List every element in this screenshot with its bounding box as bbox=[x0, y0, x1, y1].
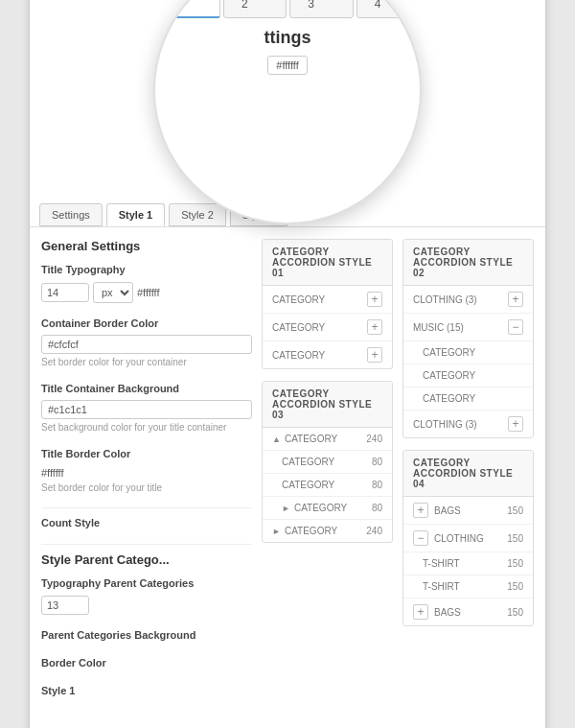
accordion-style04-title: CATEGORY ACCORDION STYLE 04 bbox=[403, 451, 533, 497]
title-container-bg-input[interactable] bbox=[41, 400, 252, 419]
accordion-style02-label5: CATEGORY bbox=[423, 393, 475, 404]
preview-grid: CATEGORY ACCORDION STYLE 01 CATEGORY + C… bbox=[262, 239, 534, 638]
typography-parent-field: Typography Parent Categories bbox=[41, 576, 252, 614]
accordion-style04-num1: 150 bbox=[507, 505, 523, 516]
border-color-label: Border Color bbox=[41, 656, 252, 670]
accordion-style03-row1: ▲ CATEGORY 240 bbox=[263, 428, 392, 451]
left-panel: General Settings Title Typography px #ff… bbox=[41, 239, 252, 713]
parent-font-size-input[interactable] bbox=[41, 596, 89, 615]
color-value-display: #ffffff bbox=[137, 287, 159, 298]
accordion-style04-row1: + BAGS 150 bbox=[403, 497, 533, 525]
zoom-tab-style4[interactable]: Style 4 bbox=[356, 0, 420, 18]
accordion-style02-row3: CATEGORY bbox=[403, 341, 533, 364]
title-typography-field: Title Typography px #ffffff bbox=[41, 263, 252, 302]
accordion-style02-label2: MUSIC (15) bbox=[413, 322, 508, 333]
title-border-color-field: Title Border Color #ffffff Set border co… bbox=[41, 447, 252, 493]
accordion-style01-label1: CATEGORY bbox=[272, 294, 325, 305]
tab-style1[interactable]: Style 1 bbox=[106, 203, 165, 226]
accordion-style04-label1: BAGS bbox=[434, 505, 501, 516]
typography-parent-label: Typography Parent Categories bbox=[41, 576, 252, 591]
style01-col: CATEGORY ACCORDION STYLE 01 CATEGORY + C… bbox=[262, 239, 393, 638]
accordion-style04-num2: 150 bbox=[507, 533, 523, 544]
zoom-settings-title: ttings bbox=[264, 28, 311, 48]
container-border-color-desc: Set border color for your container bbox=[41, 356, 252, 368]
style-field: Style 1 bbox=[41, 684, 252, 698]
accordion-style01-plus3[interactable]: + bbox=[367, 347, 382, 363]
right-chevron-icon4: ► bbox=[272, 527, 281, 536]
accordion-style01-title: CATEGORY ACCORDION STYLE 01 bbox=[263, 240, 392, 286]
zoom-color-row: #ffffff bbox=[267, 56, 307, 75]
accordion-style03: CATEGORY ACCORDION STYLE 03 ▲ CATEGORY 2… bbox=[262, 381, 393, 543]
container-border-color-label: Container Border Color bbox=[41, 317, 252, 331]
accordion-style01-plus1[interactable]: + bbox=[367, 292, 382, 307]
accordion-style03-num5: 240 bbox=[366, 526, 382, 536]
title-typography-input-row: px #ffffff bbox=[41, 282, 252, 303]
accordion-style04-label3: T-SHIRT bbox=[423, 558, 501, 569]
main-content: General Settings Title Typography px #ff… bbox=[30, 227, 545, 724]
accordion-style02-label4: CATEGORY bbox=[423, 370, 475, 381]
accordion-style02-label1: CLOTHING (3) bbox=[413, 294, 508, 305]
zoom-tab-style1[interactable]: Style 1 bbox=[155, 0, 220, 18]
accordion-style04-row4: T-SHIRT 150 bbox=[403, 575, 533, 599]
accordion-style02-row6: CLOTHING (3) + bbox=[403, 411, 533, 437]
main-panel: Style 1 Style 2 Style 3 Style 4 ttings #… bbox=[29, 0, 546, 728]
title-border-color-label: Title Border Color bbox=[41, 447, 252, 461]
accordion-style02-row5: CATEGORY bbox=[403, 387, 533, 411]
accordion-style03-num3: 80 bbox=[372, 480, 382, 490]
font-unit-select[interactable]: px bbox=[93, 282, 133, 303]
accordion-style03-label5: CATEGORY bbox=[285, 526, 360, 536]
accordion-style01-plus2[interactable]: + bbox=[367, 319, 382, 335]
accordion-style03-title: CATEGORY ACCORDION STYLE 03 bbox=[263, 382, 392, 428]
zoom-tabs: Style 1 Style 2 Style 3 Style 4 bbox=[155, 0, 420, 18]
accordion-style03-num4: 80 bbox=[372, 503, 382, 513]
accordion-style04-minus1[interactable]: − bbox=[413, 530, 428, 546]
title-container-bg-desc: Set background color for your title cont… bbox=[41, 421, 252, 434]
accordion-style02: CATEGORY ACCORDION STYLE 02 CLOTHING (3)… bbox=[402, 239, 534, 438]
zoom-tab-style3[interactable]: Style 3 bbox=[289, 0, 353, 18]
style-parent-title: Style Parent Catego... bbox=[41, 552, 252, 567]
up-chevron-icon: ▲ bbox=[272, 434, 281, 444]
accordion-style01-label3: CATEGORY bbox=[272, 350, 325, 361]
accordion-style01-row3: CATEGORY + bbox=[263, 341, 392, 368]
accordion-style01-label2: CATEGORY bbox=[272, 322, 325, 333]
accordion-style04-num3: 150 bbox=[507, 558, 523, 569]
zoom-color-value: #ffffff bbox=[267, 56, 307, 75]
container-border-color-field: Container Border Color Set border color … bbox=[41, 317, 252, 368]
count-style-label: Count Style bbox=[41, 516, 252, 530]
accordion-style03-row5: ► CATEGORY 240 bbox=[263, 520, 392, 542]
accordion-style04-plus1[interactable]: + bbox=[413, 503, 428, 518]
font-size-input[interactable] bbox=[41, 283, 89, 302]
accordion-style04-plus2[interactable]: + bbox=[413, 604, 428, 620]
accordion-style04-row5: + BAGS 150 bbox=[403, 599, 533, 625]
title-typography-label: Title Typography bbox=[41, 263, 252, 277]
accordion-style03-row2: CATEGORY 80 bbox=[263, 451, 392, 474]
title-container-bg-field: Title Container Background Set backgroun… bbox=[41, 382, 252, 434]
tab-settings[interactable]: Settings bbox=[39, 203, 103, 226]
style-label: Style 1 bbox=[41, 684, 252, 698]
accordion-style02-minus1[interactable]: − bbox=[508, 319, 523, 335]
accordion-style02-label6: CLOTHING (3) bbox=[413, 419, 508, 430]
container-border-color-input[interactable] bbox=[41, 335, 252, 354]
accordion-style04: CATEGORY ACCORDION STYLE 04 + BAGS 150 −… bbox=[402, 450, 534, 626]
right-chevron-icon3: ► bbox=[282, 504, 290, 513]
accordion-style01-row1: CATEGORY + bbox=[263, 286, 392, 314]
accordion-style02-label3: CATEGORY bbox=[423, 347, 475, 358]
parent-bg-field: Parent Categories Background bbox=[41, 628, 252, 643]
accordion-style04-row2: − CLOTHING 150 bbox=[403, 525, 533, 552]
accordion-style03-label1: CATEGORY bbox=[285, 434, 360, 444]
tab-style2[interactable]: Style 2 bbox=[169, 203, 226, 226]
accordion-style03-label4: CATEGORY bbox=[294, 503, 366, 513]
general-settings-title: General Settings bbox=[41, 239, 252, 253]
accordion-style04-label2: CLOTHING bbox=[434, 533, 501, 544]
right-panel: CATEGORY ACCORDION STYLE 01 CATEGORY + C… bbox=[262, 239, 534, 713]
accordion-style03-row4: ► CATEGORY 80 bbox=[263, 497, 392, 520]
zoom-tab-style2[interactable]: Style 2 bbox=[223, 0, 287, 18]
accordion-style03-num1: 240 bbox=[366, 434, 382, 444]
title-border-color-desc: Set border color for your title bbox=[41, 481, 252, 494]
accordion-style02-plus2[interactable]: + bbox=[508, 416, 523, 432]
accordion-style04-num5: 150 bbox=[507, 607, 523, 618]
accordion-style02-plus1[interactable]: + bbox=[508, 292, 523, 307]
title-container-bg-label: Title Container Background bbox=[41, 382, 252, 396]
accordion-style01-row2: CATEGORY + bbox=[263, 314, 392, 341]
accordion-style04-label4: T-SHIRT bbox=[423, 581, 501, 592]
